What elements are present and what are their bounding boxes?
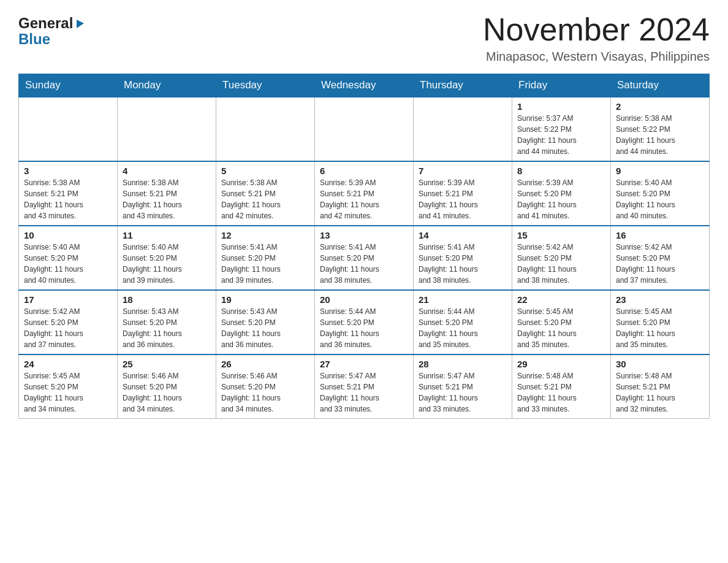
calendar-cell: 4Sunrise: 5:38 AMSunset: 5:21 PMDaylight… <box>118 161 216 226</box>
calendar-cell: 22Sunrise: 5:45 AMSunset: 5:20 PMDayligh… <box>512 290 611 354</box>
calendar-header-tuesday: Tuesday <box>216 74 315 98</box>
calendar-cell: 20Sunrise: 5:44 AMSunset: 5:20 PMDayligh… <box>315 290 414 354</box>
calendar-cell: 13Sunrise: 5:41 AMSunset: 5:20 PMDayligh… <box>315 226 414 290</box>
calendar-cell: 9Sunrise: 5:40 AMSunset: 5:20 PMDaylight… <box>611 161 710 226</box>
day-number: 12 <box>221 230 309 240</box>
calendar-cell: 19Sunrise: 5:43 AMSunset: 5:20 PMDayligh… <box>216 290 315 354</box>
calendar-cell: 25Sunrise: 5:46 AMSunset: 5:20 PMDayligh… <box>118 354 216 419</box>
day-info: Sunrise: 5:41 AMSunset: 5:20 PMDaylight:… <box>419 242 507 286</box>
svg-marker-0 <box>77 20 84 28</box>
calendar-cell: 29Sunrise: 5:48 AMSunset: 5:21 PMDayligh… <box>512 354 611 419</box>
calendar-cell: 16Sunrise: 5:42 AMSunset: 5:20 PMDayligh… <box>611 226 710 290</box>
calendar-header-sunday: Sunday <box>19 74 118 98</box>
calendar-cell <box>216 97 315 161</box>
calendar-cell: 26Sunrise: 5:46 AMSunset: 5:20 PMDayligh… <box>216 354 315 419</box>
day-number: 6 <box>320 166 408 176</box>
day-number: 27 <box>320 359 408 369</box>
day-info: Sunrise: 5:48 AMSunset: 5:21 PMDaylight:… <box>616 370 704 415</box>
calendar-cell: 3Sunrise: 5:38 AMSunset: 5:21 PMDaylight… <box>19 161 118 226</box>
day-number: 13 <box>320 230 408 240</box>
day-number: 2 <box>616 101 704 112</box>
day-number: 26 <box>221 359 309 369</box>
day-info: Sunrise: 5:41 AMSunset: 5:20 PMDaylight:… <box>320 242 408 286</box>
calendar-cell: 7Sunrise: 5:39 AMSunset: 5:21 PMDaylight… <box>414 161 512 226</box>
calendar-cell: 6Sunrise: 5:39 AMSunset: 5:21 PMDaylight… <box>315 161 414 226</box>
calendar-cell <box>19 97 118 161</box>
day-number: 14 <box>419 230 507 240</box>
day-number: 28 <box>419 359 507 369</box>
logo-general: General <box>18 15 73 32</box>
calendar-cell: 12Sunrise: 5:41 AMSunset: 5:20 PMDayligh… <box>216 226 315 290</box>
calendar-cell: 21Sunrise: 5:44 AMSunset: 5:20 PMDayligh… <box>414 290 512 354</box>
calendar-week-1: 1Sunrise: 5:37 AMSunset: 5:22 PMDaylight… <box>19 97 710 161</box>
month-title: November 2024 <box>483 12 710 47</box>
calendar-week-2: 3Sunrise: 5:38 AMSunset: 5:21 PMDaylight… <box>19 161 710 226</box>
day-number: 18 <box>123 294 211 305</box>
calendar-cell: 15Sunrise: 5:42 AMSunset: 5:20 PMDayligh… <box>512 226 611 290</box>
calendar-cell: 23Sunrise: 5:45 AMSunset: 5:20 PMDayligh… <box>611 290 710 354</box>
day-info: Sunrise: 5:45 AMSunset: 5:20 PMDaylight:… <box>24 370 112 415</box>
calendar-cell <box>118 97 216 161</box>
day-info: Sunrise: 5:38 AMSunset: 5:21 PMDaylight:… <box>24 177 112 221</box>
calendar-header-wednesday: Wednesday <box>315 74 414 98</box>
day-info: Sunrise: 5:46 AMSunset: 5:20 PMDaylight:… <box>221 370 309 415</box>
day-info: Sunrise: 5:40 AMSunset: 5:20 PMDaylight:… <box>24 242 112 286</box>
logo-triangle-icon <box>74 17 86 29</box>
calendar-header-row: SundayMondayTuesdayWednesdayThursdayFrid… <box>19 74 710 98</box>
calendar-header-saturday: Saturday <box>611 74 710 98</box>
day-number: 5 <box>221 166 309 176</box>
day-number: 29 <box>517 359 605 369</box>
calendar-cell: 17Sunrise: 5:42 AMSunset: 5:20 PMDayligh… <box>19 290 118 354</box>
calendar-cell: 14Sunrise: 5:41 AMSunset: 5:20 PMDayligh… <box>414 226 512 290</box>
calendar-cell: 24Sunrise: 5:45 AMSunset: 5:20 PMDayligh… <box>19 354 118 419</box>
calendar-cell <box>315 97 414 161</box>
day-info: Sunrise: 5:46 AMSunset: 5:20 PMDaylight:… <box>123 370 211 415</box>
calendar-cell: 11Sunrise: 5:40 AMSunset: 5:20 PMDayligh… <box>118 226 216 290</box>
day-info: Sunrise: 5:37 AMSunset: 5:22 PMDaylight:… <box>517 113 605 157</box>
calendar-header-friday: Friday <box>512 74 611 98</box>
day-number: 1 <box>517 101 605 112</box>
day-info: Sunrise: 5:38 AMSunset: 5:21 PMDaylight:… <box>123 177 211 221</box>
day-info: Sunrise: 5:41 AMSunset: 5:20 PMDaylight:… <box>221 242 309 286</box>
calendar-cell: 30Sunrise: 5:48 AMSunset: 5:21 PMDayligh… <box>611 354 710 419</box>
day-number: 17 <box>24 294 112 305</box>
calendar-cell: 18Sunrise: 5:43 AMSunset: 5:20 PMDayligh… <box>118 290 216 354</box>
day-info: Sunrise: 5:38 AMSunset: 5:21 PMDaylight:… <box>221 177 309 221</box>
calendar-cell: 8Sunrise: 5:39 AMSunset: 5:20 PMDaylight… <box>512 161 611 226</box>
day-number: 11 <box>123 230 211 240</box>
day-info: Sunrise: 5:43 AMSunset: 5:20 PMDaylight:… <box>221 306 309 350</box>
day-info: Sunrise: 5:48 AMSunset: 5:21 PMDaylight:… <box>517 370 605 415</box>
day-info: Sunrise: 5:42 AMSunset: 5:20 PMDaylight:… <box>616 242 704 286</box>
day-number: 15 <box>517 230 605 240</box>
day-info: Sunrise: 5:47 AMSunset: 5:21 PMDaylight:… <box>419 370 507 415</box>
day-info: Sunrise: 5:39 AMSunset: 5:20 PMDaylight:… <box>517 177 605 221</box>
calendar-header-monday: Monday <box>118 74 216 98</box>
day-info: Sunrise: 5:42 AMSunset: 5:20 PMDaylight:… <box>24 306 112 350</box>
day-info: Sunrise: 5:40 AMSunset: 5:20 PMDaylight:… <box>616 177 704 221</box>
day-info: Sunrise: 5:38 AMSunset: 5:22 PMDaylight:… <box>616 113 704 157</box>
day-info: Sunrise: 5:44 AMSunset: 5:20 PMDaylight:… <box>419 306 507 350</box>
day-info: Sunrise: 5:44 AMSunset: 5:20 PMDaylight:… <box>320 306 408 350</box>
calendar-cell: 2Sunrise: 5:38 AMSunset: 5:22 PMDaylight… <box>611 97 710 161</box>
logo: General Blue <box>18 15 86 48</box>
calendar-week-4: 17Sunrise: 5:42 AMSunset: 5:20 PMDayligh… <box>19 290 710 354</box>
page-header: General Blue November 2024 Minapasoc, We… <box>18 12 710 64</box>
day-number: 25 <box>123 359 211 369</box>
day-number: 20 <box>320 294 408 305</box>
day-info: Sunrise: 5:45 AMSunset: 5:20 PMDaylight:… <box>616 306 704 350</box>
day-number: 4 <box>123 166 211 176</box>
location: Minapasoc, Western Visayas, Philippines <box>483 50 710 64</box>
title-block: November 2024 Minapasoc, Western Visayas… <box>483 12 710 64</box>
day-number: 19 <box>221 294 309 305</box>
day-number: 23 <box>616 294 704 305</box>
calendar-week-3: 10Sunrise: 5:40 AMSunset: 5:20 PMDayligh… <box>19 226 710 290</box>
day-number: 16 <box>616 230 704 240</box>
day-number: 7 <box>419 166 507 176</box>
day-info: Sunrise: 5:39 AMSunset: 5:21 PMDaylight:… <box>320 177 408 221</box>
day-number: 10 <box>24 230 112 240</box>
day-number: 21 <box>419 294 507 305</box>
day-info: Sunrise: 5:43 AMSunset: 5:20 PMDaylight:… <box>123 306 211 350</box>
calendar-cell <box>414 97 512 161</box>
calendar-week-5: 24Sunrise: 5:45 AMSunset: 5:20 PMDayligh… <box>19 354 710 419</box>
day-number: 8 <box>517 166 605 176</box>
